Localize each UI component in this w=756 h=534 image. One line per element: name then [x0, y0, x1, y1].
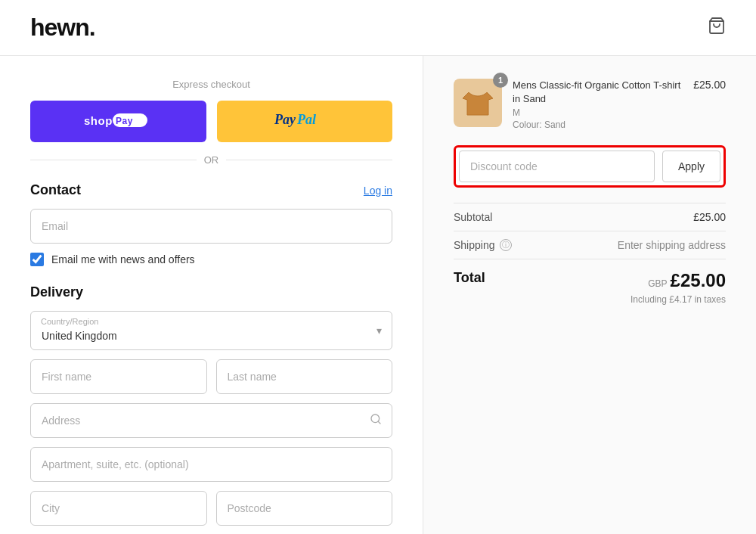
city-postcode-row [30, 491, 392, 526]
address-wrapper [30, 403, 392, 438]
logo: hewn. [30, 14, 95, 42]
shipping-label: Shipping ⓘ [454, 239, 512, 251]
product-colour: Colour: Sand [513, 120, 683, 130]
contact-title: Contact [30, 182, 81, 198]
email-checkbox[interactable] [30, 253, 44, 266]
apply-button[interactable]: Apply [662, 151, 720, 182]
product-price: £25.00 [693, 79, 726, 91]
shop-pay-button[interactable]: shop Pay [30, 101, 206, 142]
product-image [454, 79, 502, 127]
first-name-field[interactable] [30, 359, 207, 394]
total-amount: £25.00 [671, 270, 726, 290]
or-divider: OR [30, 154, 392, 166]
login-link[interactable]: Log in [364, 185, 392, 197]
country-label: Country/Region [41, 317, 98, 326]
name-row [30, 359, 392, 394]
email-checkbox-label: Email me with news and offers [51, 253, 195, 265]
product-badge: 1 [493, 73, 508, 88]
tax-note: Including £4.17 in taxes [631, 294, 726, 305]
total-label: Total [454, 270, 485, 286]
main-content: Express checkout shop Pay Pay [0, 56, 756, 534]
product-size: M [513, 107, 683, 118]
shipping-info-icon[interactable]: ⓘ [500, 239, 512, 251]
postcode-field[interactable] [216, 491, 393, 526]
svg-text:Pay: Pay [274, 112, 296, 127]
paypal-label: Pay Pal [274, 111, 335, 132]
discount-input[interactable] [459, 151, 655, 182]
email-field[interactable] [30, 209, 392, 244]
shipping-row: Shipping ⓘ Enter shipping address [454, 231, 726, 259]
last-name-field[interactable] [216, 359, 393, 394]
country-select-wrapper: Country/Region United Kingdom ▾ [30, 311, 392, 350]
product-image-wrapper: 1 [454, 79, 502, 127]
paypal-button[interactable]: Pay Pal [217, 101, 393, 142]
city-field[interactable] [30, 491, 207, 526]
product-name: Mens Classic-fit Organic Cotton T-shirt … [513, 79, 683, 106]
delivery-title: Delivery [30, 284, 392, 300]
shipping-value: Enter shipping address [618, 239, 726, 251]
discount-section: Apply [454, 145, 726, 188]
total-row: Total GBP£25.00 Including £4.17 in taxes [454, 259, 726, 308]
right-panel: 1 Mens Classic-fit Organic Cotton T-shir… [423, 56, 756, 534]
email-checkbox-row: Email me with news and offers [30, 253, 392, 266]
total-right: GBP£25.00 Including £4.17 in taxes [631, 270, 726, 305]
svg-text:Pay: Pay [116, 116, 133, 126]
express-checkout-label: Express checkout [30, 79, 392, 90]
subtotal-label: Subtotal [454, 211, 492, 223]
subtotal-row: Subtotal £25.00 [454, 203, 726, 231]
svg-text:Pal: Pal [296, 112, 316, 127]
subtotal-value: £25.00 [693, 211, 726, 223]
apartment-field[interactable] [30, 447, 392, 482]
cart-icon[interactable] [708, 17, 726, 39]
svg-text:shop: shop [84, 114, 113, 127]
header: hewn. [0, 0, 756, 56]
total-currency: GBP [648, 278, 667, 289]
express-buttons: shop Pay Pay Pal [30, 101, 392, 142]
product-item: 1 Mens Classic-fit Organic Cotton T-shir… [454, 79, 726, 130]
left-panel: Express checkout shop Pay Pay [0, 56, 423, 534]
contact-header: Contact Log in [30, 182, 392, 198]
address-field[interactable] [30, 403, 392, 438]
shop-pay-label: shop Pay [84, 112, 152, 132]
product-details: Mens Classic-fit Organic Cotton T-shirt … [513, 79, 683, 130]
